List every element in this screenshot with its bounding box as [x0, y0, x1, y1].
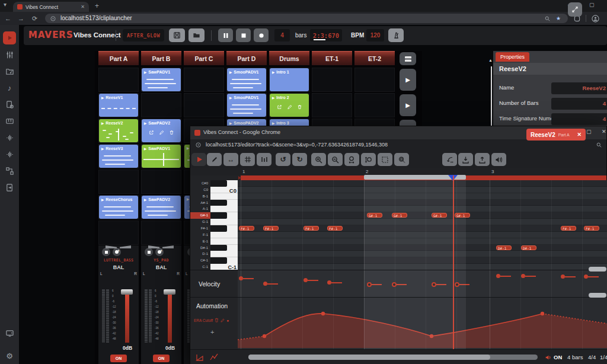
velocity-point[interactable]	[263, 282, 267, 286]
clip-slot[interactable]	[312, 93, 352, 117]
back-icon[interactable]: ←	[5, 12, 11, 25]
new-tab-button[interactable]: +	[95, 2, 99, 10]
sidebar-item-instruments[interactable]: ♪	[0, 79, 19, 96]
black-key-C#0[interactable]	[210, 180, 227, 187]
balance-wedge[interactable]	[106, 245, 117, 248]
quantize-button[interactable]	[257, 153, 271, 166]
edit-clip-icon[interactable]	[159, 130, 164, 135]
open-clip-icon[interactable]	[149, 130, 154, 135]
sidebar-item-devices[interactable]	[0, 325, 19, 341]
velocity-view-icon[interactable]	[195, 353, 205, 362]
automation-parameter[interactable]: ERA Cutoff ●	[194, 318, 229, 323]
clip-play-icon[interactable]: ▶	[229, 71, 232, 74]
velocity-point[interactable]	[327, 280, 331, 285]
piano-keyboard[interactable]: C0C-1	[210, 180, 238, 270]
stop-button[interactable]	[236, 28, 251, 42]
fader-cap[interactable]	[121, 289, 133, 295]
velocity-point[interactable]	[521, 274, 525, 278]
velocity-point[interactable]	[496, 274, 500, 278]
sidebar-item-library[interactable]	[0, 63, 19, 79]
sidebar-item-settings[interactable]: ⚙	[0, 347, 19, 364]
clip-play-icon[interactable]: ▶	[144, 122, 146, 125]
browser-tab[interactable]: Vibes Connect ✕	[13, 2, 89, 12]
sidebar-item-docs[interactable]	[0, 179, 19, 196]
black-key-F#-1[interactable]	[210, 225, 227, 232]
track-header-part-c[interactable]: Part C	[184, 51, 224, 65]
metronome-on-label[interactable]: ON	[554, 354, 562, 360]
velocity-point[interactable]	[584, 274, 588, 279]
scene-play-button[interactable]: ▶	[400, 69, 416, 91]
open-clip-tab[interactable]: ReeseV2 Part A ✕	[526, 129, 586, 141]
sidebar-item-clip-launcher[interactable]	[0, 30, 19, 46]
mute-button[interactable]	[102, 248, 110, 256]
clip-play-icon[interactable]: ▶	[144, 198, 146, 202]
midi-note-F#-1[interactable]: F#-1	[239, 226, 254, 231]
send-to-arrangement-button[interactable]	[442, 153, 457, 166]
midi-note-F#-1[interactable]: F#-1	[327, 226, 343, 231]
clip-slot[interactable]	[141, 221, 181, 245]
midi-note-G#-1[interactable]: G#-1	[392, 213, 407, 218]
midi-note-G#-1[interactable]: G#-1	[432, 213, 447, 218]
number-of-bars-field[interactable]: 4	[551, 98, 607, 110]
open-project-button[interactable]	[189, 28, 205, 42]
clip-intro-2[interactable]: ▶Intro 2	[270, 94, 309, 117]
automation-view-icon[interactable]	[209, 353, 219, 362]
audition-button[interactable]	[491, 153, 506, 166]
midi-note-F#-1[interactable]: F#-1	[561, 226, 576, 231]
snap-grid-button[interactable]	[240, 153, 255, 166]
clip-play-icon[interactable]: ▶	[272, 122, 274, 125]
clip-smoopadv1[interactable]: ▶SmooPADV1	[227, 68, 266, 91]
clip-tab-close-icon[interactable]: ✕	[577, 132, 582, 138]
clip-slot[interactable]	[354, 93, 395, 117]
clip-slot[interactable]	[141, 170, 181, 194]
clip-play-icon[interactable]: ▶	[101, 198, 104, 202]
stretch-tool-button[interactable]: ↔	[223, 153, 238, 166]
clip-reesechorus[interactable]: ▶ReeseChorus	[99, 196, 138, 219]
sidebar-item-audio-1[interactable]	[0, 129, 19, 146]
midi-note-G#-1[interactable]: G#-1	[455, 213, 470, 218]
fader-bar[interactable]	[125, 295, 129, 343]
velocity-point[interactable]	[455, 282, 459, 287]
channel-on-button[interactable]: ON	[110, 355, 127, 362]
scene-overview-button[interactable]	[400, 52, 416, 65]
bookmark-star-icon[interactable]: ★	[556, 14, 561, 23]
midi-note-F#-1[interactable]: F#-1	[263, 226, 279, 231]
track-header-et-1[interactable]: ET-1	[312, 51, 352, 65]
open-clip-icon[interactable]	[277, 104, 282, 110]
trash-icon[interactable]	[215, 318, 219, 323]
time-position-display[interactable]: 2:3:670	[310, 29, 342, 41]
tab-close-icon[interactable]: ✕	[81, 4, 85, 9]
black-key-A#-1[interactable]	[210, 200, 227, 206]
delete-clip-icon[interactable]	[297, 104, 302, 110]
zoom-selection-button[interactable]	[378, 153, 392, 166]
metronome-indicator-icon[interactable]	[545, 354, 552, 361]
clip-reesev3[interactable]: ▶ReeseV3	[99, 145, 138, 168]
clip-play-icon[interactable]: ▶	[144, 147, 146, 151]
clip-play-icon[interactable]: ▶	[187, 197, 189, 201]
loop-bars-field[interactable]: 4	[274, 29, 290, 41]
velocity-point[interactable]	[561, 274, 565, 279]
zoom-in-button[interactable]	[311, 153, 326, 166]
editor-address-bar[interactable]: localhost:5173/editor?track=0&scene=3&vp…	[190, 139, 606, 151]
site-info-icon[interactable]	[196, 142, 201, 148]
project-name-badge[interactable]: AFTER_GLOW	[123, 29, 164, 41]
site-info-icon[interactable]	[50, 16, 56, 21]
horizontal-scrollbar[interactable]	[248, 355, 538, 360]
velocity-point[interactable]	[367, 282, 372, 287]
velocity-point[interactable]	[304, 278, 308, 282]
clip-slot[interactable]	[354, 68, 395, 92]
clip-play-icon[interactable]: ▶	[229, 96, 232, 100]
clip-slot[interactable]	[184, 68, 224, 92]
clip-slot[interactable]	[98, 170, 139, 194]
pause-button[interactable]	[218, 28, 233, 42]
clip-slot[interactable]	[184, 93, 224, 117]
clip-sawpadv2[interactable]: ▶SawPADV2	[142, 196, 181, 219]
track-header-part-a[interactable]: Part A	[98, 51, 139, 65]
track-header-part-b[interactable]: Part B	[141, 51, 181, 65]
clip-slot[interactable]	[312, 68, 352, 92]
pencil-icon[interactable]	[221, 318, 225, 323]
export-midi-button[interactable]	[475, 153, 490, 166]
record-button[interactable]	[254, 28, 269, 42]
clip-play-icon[interactable]: ▶	[187, 146, 189, 150]
zoom-vertical-button[interactable]	[361, 153, 376, 166]
